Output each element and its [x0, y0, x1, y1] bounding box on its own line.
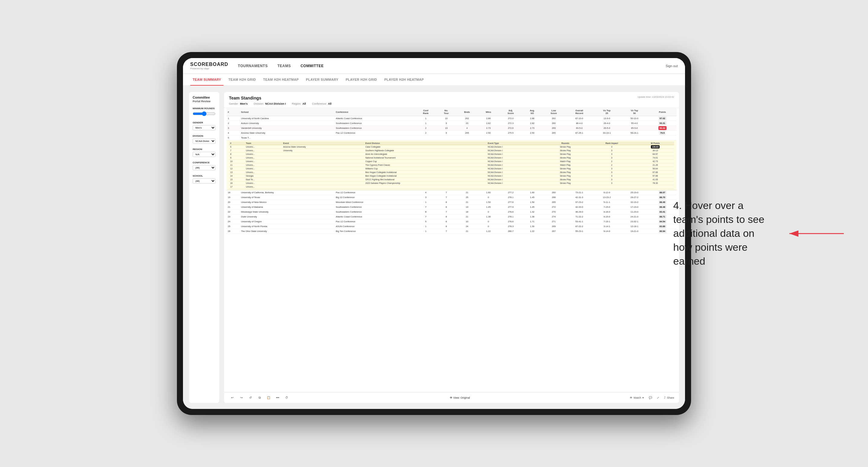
table-row[interactable]: 20 University of New Mexico Mountain Wes…	[226, 200, 677, 205]
copy-button[interactable]: ⧉	[256, 395, 263, 401]
table-row[interactable]: 21 University of Alabama Southeastern Co…	[226, 205, 677, 210]
nav-teams[interactable]: TEAMS	[277, 64, 291, 68]
table-row[interactable]: 3 Vanderbilt University Southeastern Con…	[226, 126, 677, 131]
tab-team-h2h-grid[interactable]: TEAM H2H GRID	[226, 74, 258, 85]
tab-player-h2h-heatmap[interactable]: PLAYER H2H HEATMAP	[382, 74, 427, 85]
region-select[interactable]: N/A	[193, 152, 216, 157]
inner-division: Amer An Intercollegiate	[364, 152, 487, 156]
reset-button[interactable]: ↺	[247, 395, 254, 401]
inner-points[interactable]: 42.73	[636, 160, 674, 163]
overall-cell: 67-10-0	[565, 116, 593, 121]
points-cell[interactable]	[648, 135, 677, 141]
min-rounds-slider[interactable]	[193, 111, 216, 117]
inner-rank-impact: 2	[587, 160, 636, 163]
inner-table-row: 11 Univers... The Cypress Point Classic …	[229, 163, 674, 167]
table-row[interactable]: 19 University of Texas Big 12 Conference…	[226, 195, 677, 200]
gender-select[interactable]: Men's	[193, 125, 216, 130]
inner-points[interactable]	[636, 185, 674, 189]
inner-points[interactable]: 97.86	[636, 170, 674, 174]
tooltip-header-row: # Team Event Event Division Event Type R…	[226, 141, 677, 190]
inner-points[interactable]: 78.30	[636, 182, 674, 185]
school-cell: Arizona State University	[240, 131, 335, 135]
inner-points[interactable]: 138.83	[636, 145, 674, 149]
inner-event	[282, 160, 364, 163]
table-row[interactable]: 2 Auburn University Southeastern Confere…	[226, 121, 677, 126]
paste-button[interactable]: 📋	[265, 395, 272, 401]
col-bnds: Bnds	[456, 108, 478, 116]
tablet-frame: SCOREBOARD Powered by clippi TOURNAMENTS…	[177, 52, 691, 415]
table-row[interactable]: 5 Texas T...	[226, 135, 677, 141]
points-cell[interactable]: 97.02	[648, 116, 677, 121]
inner-points[interactable]: 41.05	[636, 178, 674, 182]
nav-committee[interactable]: COMMITTEE	[301, 64, 324, 68]
tab-player-h2h-grid[interactable]: PLAYER H2H GRID	[343, 74, 379, 85]
points-cell[interactable]: 93.31	[648, 121, 677, 126]
points-cell[interactable]: 90.32	[648, 126, 677, 131]
inner-points[interactable]: 30-13	[636, 149, 674, 152]
inner-event	[282, 163, 364, 167]
vs25-cell: 33-19-1	[593, 131, 621, 135]
inner-rounds: Stroke Play	[544, 178, 587, 182]
col-school: School	[240, 108, 335, 116]
col-conference: Conference	[335, 108, 415, 116]
inner-col-event: Event	[282, 142, 364, 145]
table-row[interactable]: 24 University of Oregon Pac-12 Conferenc…	[226, 219, 677, 224]
col-adj-score: Adj.Score	[499, 108, 523, 116]
tab-team-summary[interactable]: TEAM SUMMARY	[190, 74, 223, 86]
table-row[interactable]: 18 University of California, Berkeley Pa…	[226, 190, 677, 195]
watch-button[interactable]: 👁 Watch ▾	[630, 396, 644, 399]
inner-rank-impact: 3	[587, 170, 636, 174]
gender-filter-label: Gender:	[229, 102, 239, 105]
redo-button[interactable]: ↪	[238, 395, 245, 401]
sign-out-button[interactable]: Sign out	[666, 64, 678, 68]
inner-division: The Cypress Point Classic	[364, 163, 487, 167]
tab-team-h2h-heatmap[interactable]: TEAM H2H HEATMAP	[261, 74, 301, 85]
more-button[interactable]: •••	[274, 395, 281, 401]
table-row[interactable]: 23 Duke University Atlantic Coast Confer…	[226, 214, 677, 219]
col-vs50: Vs Top50	[621, 108, 648, 116]
overall-cell: 87-25-1	[565, 131, 593, 135]
expand-button[interactable]: ⤢	[657, 396, 659, 399]
filter-conference: Conference: All	[312, 102, 332, 105]
table-row[interactable]: 4 Arizona State University Pac-12 Confer…	[226, 131, 677, 135]
table-row[interactable]: 1 University of North Carolina Atlantic …	[226, 116, 677, 121]
undo-button[interactable]: ↩	[229, 395, 236, 401]
inner-points[interactable]: 56.64	[636, 167, 674, 170]
comment-button[interactable]: 💬	[649, 396, 652, 399]
school-select[interactable]: (All)	[193, 179, 216, 184]
sidebar-min-rounds-label: Minimum Rounds	[193, 107, 216, 110]
low-score-cell: 269	[542, 126, 565, 131]
table-row[interactable]: 22 Mississippi State University Southeas…	[226, 210, 677, 214]
table-row[interactable]: 26 The Ohio State University Big Ten Con…	[226, 229, 677, 234]
inner-team: Univers...	[245, 149, 282, 152]
top-nav: SCOREBOARD Powered by clippi TOURNAMENTS…	[183, 58, 685, 74]
inner-division: Williams Cup	[364, 167, 487, 170]
tab-player-summary[interactable]: PLAYER SUMMARY	[304, 74, 341, 85]
main-content: Committee Portal Review Minimum Rounds G…	[183, 86, 685, 409]
bnds-cell: 265	[456, 131, 478, 135]
adj-score-cell: 272.3	[499, 121, 523, 126]
inner-points[interactable]: 97.86	[636, 174, 674, 178]
col-avg-sg: Avg.SG	[522, 108, 542, 116]
inner-type	[487, 185, 544, 189]
table-wrapper[interactable]: # School Conference ConfRank No.Tour Bnd…	[224, 108, 679, 392]
gender-filter-value: Men's	[240, 102, 248, 105]
inner-points[interactable]: 74.01	[636, 156, 674, 160]
share-button[interactable]: ⤴ Share	[664, 396, 674, 399]
conference-select[interactable]: (All)	[193, 165, 216, 170]
clock-button[interactable]: ⏱	[283, 395, 290, 401]
points-cell[interactable]: 79.5	[648, 131, 677, 135]
view-original-button[interactable]: 👁 View: Original	[450, 396, 470, 399]
inner-table-row: 16 Univers... 2023 Sahalee Players Champ…	[229, 182, 674, 185]
division-filter-value: NCAA Division I	[265, 102, 286, 105]
inner-event	[282, 182, 364, 185]
inner-team: Univers...	[245, 185, 282, 189]
inner-points[interactable]: 84.97	[636, 152, 674, 156]
nav-tournaments[interactable]: TOURNAMENTS	[238, 64, 268, 68]
inner-division: Copper Cup	[364, 160, 487, 163]
inner-points[interactable]: 21.26	[636, 163, 674, 167]
table-row[interactable]: 25 University of North Florida ASUN Conf…	[226, 224, 677, 229]
bottom-toolbar: ↩ ↪ ↺ ⧉ 📋 ••• ⏱ 👁 View: Original	[224, 392, 679, 403]
division-select[interactable]: NCAA Division I	[193, 138, 216, 144]
col-no-tour: No.Tour	[436, 108, 456, 116]
